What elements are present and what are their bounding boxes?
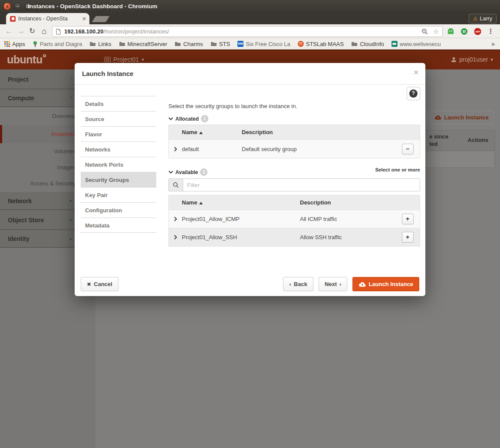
bookmark-label: STSLab MAAS bbox=[306, 41, 344, 47]
user-menu[interactable]: proj01user ▾ bbox=[451, 56, 493, 63]
next-button[interactable]: Next › bbox=[319, 277, 348, 291]
sidebar-item-label: Overview bbox=[52, 113, 76, 119]
home-icon[interactable]: ⌂ bbox=[39, 26, 49, 36]
bookmark-cloudinfo[interactable]: CloudInfo bbox=[351, 41, 384, 47]
cloud-upload-icon bbox=[434, 115, 441, 120]
chevron-down-icon: ▾ bbox=[141, 57, 144, 63]
expand-chevron-icon[interactable] bbox=[174, 235, 177, 240]
chevron-up-icon: ⌃ bbox=[69, 69, 73, 89]
security-group-description: Default security group bbox=[242, 146, 395, 152]
wizard-step-metadata[interactable]: Metadata bbox=[81, 217, 156, 233]
chevron-down-icon[interactable] bbox=[168, 171, 173, 174]
ubuntu-logo[interactable]: ubuntu bbox=[7, 53, 46, 66]
wizard-step-details[interactable]: Details bbox=[81, 96, 156, 111]
available-row-icmp: Project01_Allow_ICMP All ICMP traffic + bbox=[169, 210, 420, 228]
expand-chevron-icon[interactable] bbox=[174, 147, 177, 152]
bookmark-label: STS bbox=[219, 41, 230, 47]
wizard-step-key-pair[interactable]: Key Pair bbox=[81, 187, 156, 202]
tab-close-icon[interactable]: × bbox=[82, 16, 87, 22]
filter-input[interactable] bbox=[183, 178, 420, 191]
modal-footer: ✖ Cancel ‹ Back Next › Launch Instance bbox=[75, 277, 425, 291]
bookmark-links[interactable]: Links bbox=[89, 41, 111, 47]
reload-icon[interactable]: ↻ bbox=[27, 26, 37, 36]
add-security-group-button[interactable]: + bbox=[402, 232, 414, 243]
remove-security-group-button[interactable]: − bbox=[402, 144, 414, 155]
bookmark-label: Six Free Cisco La bbox=[246, 41, 290, 47]
bookmark-star-icon[interactable]: ☆ bbox=[433, 28, 439, 36]
chevron-down-icon[interactable] bbox=[168, 117, 173, 120]
wizard-step-configuration[interactable]: Configuration bbox=[81, 202, 156, 217]
add-security-group-button[interactable]: + bbox=[402, 214, 414, 224]
adblock-plus-icon[interactable]: ABP bbox=[474, 28, 481, 35]
zoom-out-icon[interactable] bbox=[421, 28, 428, 35]
bookmark-minecraftserver[interactable]: MinecraftServer bbox=[119, 41, 168, 47]
wizard-step-source[interactable]: Source bbox=[81, 111, 156, 126]
folder-icon bbox=[351, 41, 358, 46]
bookmark-charms[interactable]: Charms bbox=[174, 41, 203, 47]
new-tab-button[interactable] bbox=[92, 16, 109, 22]
allocated-table: Name Description default Default securit… bbox=[168, 125, 420, 158]
available-table: Name Description Project01_Allow_ICMP Al… bbox=[168, 195, 420, 247]
folder-icon bbox=[211, 41, 217, 46]
bookmark-label: CloudInfo bbox=[360, 41, 384, 47]
back-icon[interactable]: ← bbox=[3, 26, 14, 36]
window-minimize-icon[interactable]: – bbox=[14, 3, 21, 10]
cloud-upload-icon bbox=[359, 282, 366, 287]
wizard-step-network-ports[interactable]: Network Ports bbox=[81, 157, 156, 172]
modal-close-icon[interactable]: × bbox=[414, 68, 418, 76]
profile-button[interactable]: ⚠ Larry bbox=[469, 14, 497, 23]
help-button[interactable]: ? bbox=[407, 87, 420, 100]
launch-instance-page-button[interactable]: Launch Instance bbox=[430, 111, 493, 124]
chevron-right-icon: › bbox=[339, 281, 341, 287]
bookmark-apps[interactable]: Apps bbox=[4, 41, 25, 47]
screen: x – Instances - OpenStack Dashboard - Ch… bbox=[0, 0, 500, 448]
available-table-header: Name Description bbox=[169, 195, 420, 210]
bookmark-label: www.welivesecu bbox=[400, 41, 441, 47]
bookmarks-bar: Apps Parts and Diagra Links MinecraftSer… bbox=[0, 38, 500, 49]
bookmarks-overflow-chevron[interactable]: » bbox=[491, 40, 495, 47]
user-menu-label: proj01user bbox=[459, 56, 488, 63]
available-label: Available bbox=[175, 169, 198, 175]
extension-pause-icon[interactable] bbox=[461, 28, 468, 35]
window-close-icon[interactable]: x bbox=[3, 3, 11, 10]
extension-ghost-icon[interactable] bbox=[447, 28, 454, 35]
sidebar-group-label: Identity bbox=[8, 235, 30, 242]
sort-asc-icon bbox=[199, 202, 203, 204]
wizard-step-flavor[interactable]: Flavor bbox=[81, 126, 156, 142]
allocated-name-header[interactable]: Name bbox=[182, 129, 242, 135]
browser-tab[interactable]: Instances - OpenSta × bbox=[6, 13, 89, 24]
browser-menu-icon[interactable]: ⋮ bbox=[487, 27, 494, 35]
filter-group bbox=[168, 178, 420, 191]
launch-button-label: Launch Instance bbox=[444, 114, 489, 121]
back-button[interactable]: ‹ Back bbox=[283, 277, 313, 291]
cancel-button[interactable]: ✖ Cancel bbox=[81, 277, 118, 291]
wizard-step-networks[interactable]: Networks bbox=[81, 142, 156, 157]
project-menu[interactable]: Project01 ▾ bbox=[104, 56, 144, 63]
chevron-up-icon: ⌃ bbox=[69, 89, 73, 107]
sort-asc-icon bbox=[199, 132, 203, 134]
launch-instance-button[interactable]: Launch Instance bbox=[352, 277, 419, 291]
folder-icon bbox=[119, 41, 125, 46]
security-group-description: Allow SSH traffic bbox=[300, 234, 395, 240]
bookmark-parts-diagrams[interactable]: Parts and Diagra bbox=[33, 41, 82, 47]
chevron-down-icon: ▾ bbox=[490, 57, 493, 63]
apps-grid-icon bbox=[4, 41, 10, 47]
expand-chevron-icon[interactable] bbox=[174, 217, 177, 221]
address-bar[interactable]: 192.168.100.20/horizon/project/instances… bbox=[52, 26, 443, 37]
actions-header: Actions bbox=[467, 137, 488, 143]
bookmark-sts[interactable]: STS bbox=[211, 41, 230, 47]
wizard-step-security-groups[interactable]: Security Groups bbox=[81, 172, 156, 187]
available-name-header[interactable]: Name bbox=[182, 199, 300, 206]
launch-label: Launch Instance bbox=[368, 281, 413, 287]
sidebar-item-label: Images bbox=[57, 164, 76, 171]
tree-icon bbox=[33, 41, 38, 47]
allocated-description-header[interactable]: Description bbox=[242, 129, 395, 135]
bookmark-welivesecurity[interactable]: www.welivesecu bbox=[391, 41, 441, 47]
bookmark-six-free-cisco[interactable]: NW Six Free Cisco La bbox=[237, 41, 290, 47]
forward-icon[interactable]: → bbox=[16, 26, 26, 36]
bookmark-stslab-maas[interactable]: STSLab MAAS bbox=[298, 41, 344, 47]
available-section-label: Available 2 bbox=[168, 168, 207, 176]
available-description-header[interactable]: Description bbox=[300, 199, 395, 206]
page-icon bbox=[56, 29, 61, 35]
available-row-ssh: Project01_Allow_SSH Allow SSH traffic + bbox=[169, 228, 420, 246]
